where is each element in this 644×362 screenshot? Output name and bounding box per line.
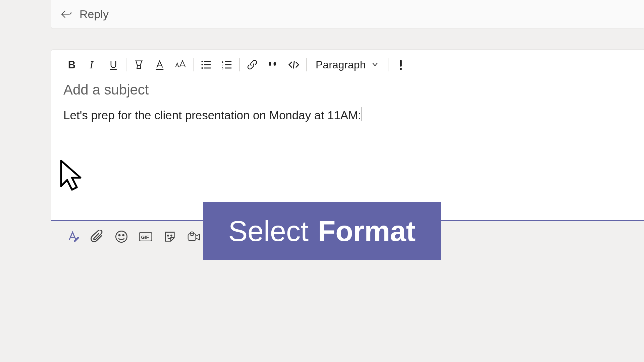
svg-point-8 bbox=[201, 67, 203, 69]
svg-line-16 bbox=[293, 61, 294, 69]
svg-rect-26 bbox=[188, 234, 196, 240]
svg-rect-13 bbox=[225, 64, 231, 65]
svg-point-25 bbox=[171, 235, 172, 236]
paragraph-style-dropdown[interactable]: Paragraph bbox=[309, 59, 386, 71]
message-body-text: Let's prep for the client presentation o… bbox=[63, 109, 361, 122]
svg-rect-15 bbox=[225, 68, 231, 69]
svg-point-18 bbox=[400, 68, 402, 70]
toolbar-divider bbox=[306, 58, 307, 71]
svg-text:GIF: GIF bbox=[141, 235, 149, 240]
meet-now-button[interactable] bbox=[182, 227, 206, 247]
quote-button[interactable] bbox=[263, 56, 283, 74]
svg-rect-7 bbox=[204, 64, 211, 65]
svg-text:B: B bbox=[68, 59, 76, 70]
chevron-down-icon bbox=[371, 59, 379, 71]
svg-rect-9 bbox=[204, 68, 211, 69]
reply-label: Reply bbox=[79, 8, 109, 21]
svg-rect-17 bbox=[400, 60, 402, 67]
format-button[interactable] bbox=[61, 227, 85, 247]
message-composer: B I bbox=[51, 49, 644, 221]
toolbar-divider bbox=[388, 58, 388, 71]
gif-button[interactable]: GIF bbox=[133, 227, 158, 247]
instruction-callout: Select Format bbox=[203, 202, 441, 260]
svg-point-21 bbox=[123, 235, 124, 236]
toolbar-divider bbox=[193, 58, 194, 71]
underline-button[interactable] bbox=[103, 56, 124, 74]
sticker-button[interactable] bbox=[158, 227, 182, 247]
formatting-toolbar: B I bbox=[51, 50, 644, 76]
svg-point-6 bbox=[201, 64, 203, 66]
svg-rect-5 bbox=[204, 61, 211, 62]
emoji-button[interactable] bbox=[109, 227, 133, 247]
svg-rect-11 bbox=[225, 61, 231, 62]
font-size-button[interactable] bbox=[170, 56, 191, 74]
subject-input[interactable]: Add a subject bbox=[51, 76, 644, 98]
paragraph-style-label: Paragraph bbox=[316, 59, 366, 71]
highlight-button[interactable] bbox=[128, 56, 149, 74]
callout-text-1: Select bbox=[228, 215, 309, 248]
toolbar-divider bbox=[239, 58, 240, 71]
callout-text-2: Format bbox=[318, 215, 416, 248]
svg-text:3: 3 bbox=[221, 66, 223, 70]
important-button[interactable] bbox=[390, 56, 411, 74]
bold-button[interactable]: B bbox=[61, 56, 82, 74]
bullet-list-button[interactable] bbox=[196, 56, 216, 74]
link-button[interactable] bbox=[242, 56, 263, 74]
numbered-list-button[interactable]: 1 2 3 bbox=[216, 56, 237, 74]
svg-text:I: I bbox=[90, 59, 94, 70]
reply-bar[interactable]: Reply bbox=[51, 0, 644, 29]
svg-point-24 bbox=[167, 235, 168, 236]
attach-button[interactable] bbox=[85, 227, 109, 247]
italic-button[interactable]: I bbox=[82, 56, 103, 74]
svg-point-19 bbox=[116, 231, 127, 242]
reply-arrow-icon bbox=[61, 9, 72, 20]
code-button[interactable] bbox=[283, 56, 304, 74]
toolbar-divider bbox=[126, 58, 126, 71]
svg-point-20 bbox=[119, 235, 120, 236]
svg-point-4 bbox=[201, 61, 203, 62]
text-caret bbox=[362, 107, 362, 121]
message-body-input[interactable]: Let's prep for the client presentation o… bbox=[51, 98, 644, 122]
font-color-button[interactable] bbox=[149, 56, 170, 74]
